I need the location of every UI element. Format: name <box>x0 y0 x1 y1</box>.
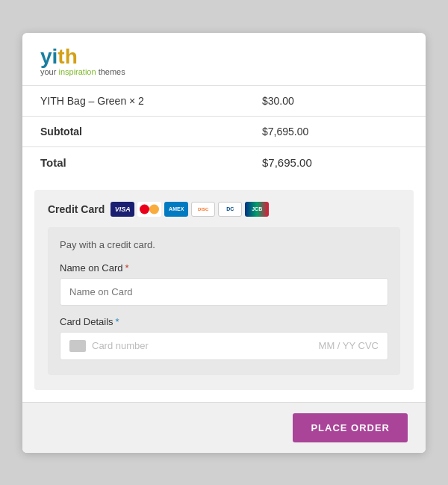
payment-body: Pay with a credit card. Name on Card * C… <box>48 227 400 375</box>
pay-description: Pay with a credit card. <box>60 239 388 250</box>
checkout-card: yith your inspiration themes YITH Bag – … <box>22 33 426 453</box>
subtotal-value: $7,695.00 <box>244 116 426 146</box>
required-star: * <box>125 262 129 274</box>
logo-section: yith your inspiration themes <box>22 33 426 85</box>
place-order-button[interactable]: PLACE ORDER <box>293 413 408 442</box>
footer-section: PLACE ORDER <box>22 402 426 453</box>
discover-icon: DISC <box>191 202 215 217</box>
card-details-row[interactable]: Card number MM / YY CVC <box>60 332 388 360</box>
table-row: Subtotal $7,695.00 <box>22 116 426 146</box>
item-label: YITH Bag – Green × 2 <box>22 85 244 116</box>
item-value: $30.00 <box>244 85 426 116</box>
name-on-card-label: Name on Card * <box>60 262 388 274</box>
total-label: Total <box>22 146 244 178</box>
card-date-cvc: MM / YY CVC <box>319 340 379 351</box>
payment-section: Credit Card VISA AMEX DISC DC JCB Pay wi… <box>34 190 414 390</box>
brand-logo: yith <box>40 46 408 67</box>
required-star-blue: * <box>116 316 119 327</box>
amex-icon: AMEX <box>164 202 188 217</box>
payment-header: Credit Card VISA AMEX DISC DC JCB <box>48 202 400 217</box>
table-row: YITH Bag – Green × 2 $30.00 <box>22 85 426 116</box>
diners-icon: DC <box>218 202 242 217</box>
card-number-placeholder: Card number <box>92 340 313 351</box>
total-value: $7,695.00 <box>244 146 426 178</box>
payment-label: Credit Card <box>48 203 105 215</box>
table-row: Total $7,695.00 <box>22 146 426 178</box>
name-on-card-input[interactable] <box>60 278 388 306</box>
jcb-icon: JCB <box>245 202 269 217</box>
card-chip-icon <box>69 340 86 352</box>
card-details-label: Card Details * <box>60 316 388 327</box>
order-summary-table: YITH Bag – Green × 2 $30.00 Subtotal $7,… <box>22 85 426 178</box>
mastercard-icon <box>137 202 161 217</box>
visa-icon: VISA <box>111 202 134 217</box>
brand-tagline: your inspiration themes <box>40 67 408 76</box>
card-icons: VISA AMEX DISC DC JCB <box>111 202 269 217</box>
subtotal-label: Subtotal <box>22 116 244 146</box>
